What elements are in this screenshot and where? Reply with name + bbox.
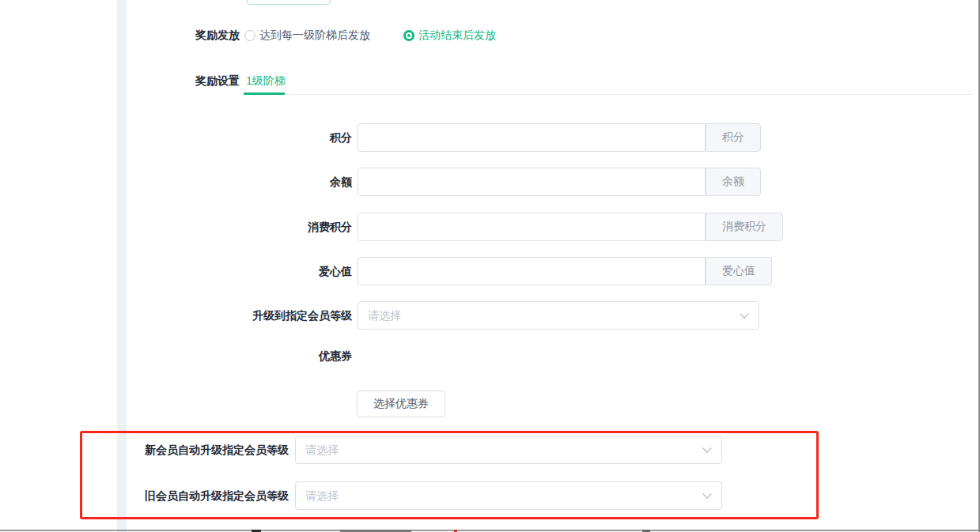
partial-top-button[interactable]: [247, 0, 331, 5]
reward-distribution-label: 奖励发放: [195, 28, 240, 43]
balance-input[interactable]: [358, 168, 706, 196]
radio-option-per-tier[interactable]: 达到每一级阶梯后发放: [244, 28, 370, 43]
radio-checked-icon[interactable]: [403, 30, 414, 41]
radio-unchecked-icon[interactable]: [244, 30, 255, 41]
select-coupon-button[interactable]: 选择优惠券: [357, 391, 445, 417]
coupon-label: 优惠券: [190, 341, 352, 370]
radio-option-after-activity[interactable]: 活动结束后发放: [403, 28, 496, 43]
upgrade-level-select-input[interactable]: [358, 309, 741, 322]
radio-inner-dot: [407, 34, 411, 37]
window-bottom-border: [0, 530, 980, 531]
new-member-upgrade-select-input[interactable]: [296, 443, 704, 456]
upgrade-level-select[interactable]: [358, 301, 759, 330]
old-member-upgrade-select[interactable]: [295, 481, 722, 510]
chevron-down-icon: [740, 309, 748, 318]
reward-distribution-row: 奖励发放 达到每一级阶梯后发放 活动结束后发放: [195, 28, 496, 42]
page: 奖励发放 达到每一级阶梯后发放 活动结束后发放 奖励设置 1级阶梯 积分 积分 …: [0, 0, 980, 532]
new-member-upgrade-select[interactable]: [295, 436, 722, 464]
consume-points-suffix: 消费积分: [706, 213, 783, 241]
love-value-suffix: 爱心值: [706, 257, 772, 285]
love-value-label: 爱心值: [190, 257, 352, 285]
points-suffix: 积分: [706, 123, 761, 152]
consume-points-input[interactable]: [358, 213, 706, 241]
points-label: 积分: [190, 123, 352, 152]
points-input[interactable]: [358, 123, 706, 152]
new-member-upgrade-label: 新会员自动升级指定会员等级: [127, 436, 289, 464]
tab-bar-divider: [245, 94, 972, 95]
love-value-input[interactable]: [358, 257, 706, 285]
radio-option-label: 达到每一级阶梯后发放: [259, 28, 370, 43]
reward-settings-label: 奖励设置: [195, 74, 240, 89]
radio-inner-ring: [406, 32, 412, 39]
tab-active-indicator: [244, 92, 285, 95]
old-member-upgrade-select-input[interactable]: [296, 489, 704, 502]
tab-tier-1[interactable]: 1级阶梯: [246, 74, 286, 89]
chevron-down-icon: [702, 443, 711, 452]
upgrade-level-label: 升级到指定会员等级: [190, 301, 352, 330]
radio-option-label: 活动结束后发放: [418, 28, 496, 43]
old-member-upgrade-label: 旧会员自动升级指定会员等级: [127, 481, 289, 510]
balance-label: 余额: [190, 168, 352, 196]
balance-suffix: 余额: [706, 168, 761, 196]
chevron-down-icon: [702, 489, 711, 498]
consume-points-label: 消费积分: [190, 213, 352, 241]
